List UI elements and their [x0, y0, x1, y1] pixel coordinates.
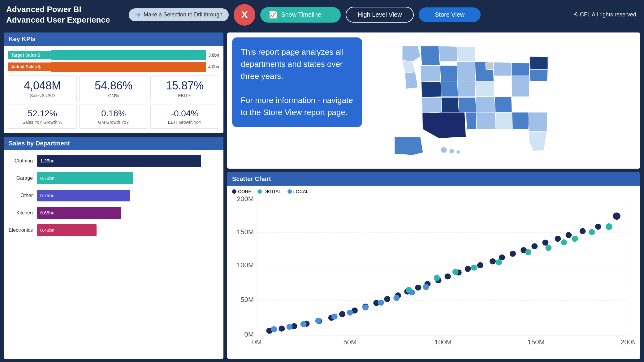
svg-point-20: [279, 325, 285, 332]
info-box: This report page analyzes all department…: [232, 37, 362, 127]
kpi-grid: 4,048M Sales $ USD 54.86% GM% 15.87% EBI…: [8, 75, 219, 129]
target-value: 3.8bn: [208, 53, 219, 58]
kpi-ebit-value: 15.87%: [154, 80, 215, 92]
clear-button[interactable]: X: [234, 4, 255, 26]
us-map: .state { stroke: white; stroke-width: 1.…: [367, 32, 640, 169]
kpi-gm-value: 54.86%: [83, 80, 144, 92]
state-tx: [422, 112, 466, 138]
svg-text:50M: 50M: [240, 296, 254, 304]
svg-point-45: [555, 236, 561, 242]
main-content: Key KPIs Target Sales $ 3.8bn Actual Sal…: [0, 29, 644, 362]
target-bar-row: Target Sales $ 3.8bn: [8, 50, 219, 60]
state-mo: [475, 81, 495, 97]
show-timeline-button[interactable]: 📈 Show Timeline: [260, 7, 341, 23]
state-wi-mi: [457, 62, 475, 81]
arrow-right-icon: ➔: [135, 11, 140, 19]
svg-text:50M: 50M: [343, 338, 357, 346]
legend-digital: DIGITAL: [257, 189, 281, 194]
svg-point-65: [331, 313, 338, 320]
svg-text:200M: 200M: [237, 196, 254, 203]
svg-point-68: [378, 300, 384, 306]
svg-text:150M: 150M: [237, 228, 254, 236]
svg-text:150M: 150M: [528, 338, 545, 346]
kpi-gm-yoy-value: 0.16%: [83, 109, 144, 119]
svg-point-35: [445, 274, 451, 280]
state-ga: [512, 112, 529, 129]
high-level-view-button[interactable]: High Level View: [346, 7, 414, 23]
svg-text:200M: 200M: [620, 338, 635, 346]
left-column: Key KPIs Target Sales $ 3.8bn Actual Sal…: [4, 32, 223, 359]
state-ca: [405, 72, 418, 89]
state-hi-3: [456, 150, 460, 154]
svg-point-41: [510, 251, 516, 257]
svg-point-56: [545, 245, 551, 251]
state-fl-south: [529, 131, 547, 151]
state-oh: [493, 62, 512, 76]
state-hi-2: [449, 149, 454, 153]
svg-point-52: [452, 269, 459, 275]
dept-row-clothing: Clothing 1.35bn: [6, 155, 221, 167]
state-sd: [440, 66, 457, 81]
legend-local: LOCAL: [287, 189, 309, 194]
state-co: [421, 82, 441, 97]
scatter-body: CORE DIGITAL LOCAL: [227, 186, 640, 358]
dept-bar-garage: 0.78bn: [37, 172, 133, 184]
svg-text:100M: 100M: [434, 338, 452, 346]
kpi-sales-yoy-label: Sales YoY Growth %: [12, 120, 73, 125]
svg-point-49: [613, 213, 620, 220]
svg-point-57: [561, 239, 567, 245]
digital-dot: [257, 189, 262, 194]
state-mi: [486, 62, 494, 70]
kpi-ebit-label: EBIT%: [154, 93, 215, 98]
kpi-gm-label: GM%: [83, 93, 144, 98]
dept-row-electronics: Electronics 0.48bn: [6, 224, 221, 236]
state-ne: [441, 81, 458, 97]
state-ks: [441, 97, 459, 112]
svg-point-55: [525, 249, 531, 256]
dept-row-kitchen: Kitchen 0.68bn: [6, 207, 221, 219]
kpi-panel: Key KPIs Target Sales $ 3.8bn Actual Sal…: [4, 32, 223, 133]
state-va-wv: [495, 97, 512, 112]
actual-label: Actual Sales $: [8, 62, 51, 71]
kpi-ebit-yoy-value: -0.04%: [154, 109, 215, 119]
local-dot: [287, 189, 292, 194]
svg-point-37: [465, 266, 471, 272]
drillthrough-button[interactable]: ➔ Make a Selection to Drillthrough: [129, 8, 229, 21]
state-or: [402, 60, 415, 73]
state-pa-ny: [512, 62, 530, 76]
state-me-nh: [530, 56, 548, 69]
dept-label-garage: Garage: [6, 175, 37, 181]
dept-bar-electronics: 0.48bn: [37, 224, 97, 236]
svg-point-69: [393, 295, 400, 301]
store-view-button[interactable]: Store View: [419, 7, 481, 22]
app-title: Advanced Power BI Advanced User Experien…: [6, 4, 124, 25]
dept-label-kitchen: Kitchen: [6, 210, 37, 216]
state-fl: [529, 112, 547, 132]
dept-label-other: Other: [6, 193, 37, 198]
dept-bar-other: 0.75bn: [37, 190, 130, 201]
state-hi-1: [441, 147, 447, 153]
dept-bar-kitchen: 0.68bn: [37, 207, 121, 219]
state-mn: [457, 46, 475, 62]
actual-bar-row: Actual Sales $ 4.0bn: [8, 62, 219, 72]
dept-row-garage: Garage 0.78bn: [6, 172, 221, 184]
svg-point-66: [347, 310, 353, 316]
dept-label-clothing: Clothing: [6, 158, 37, 164]
svg-point-44: [542, 239, 548, 246]
kpi-cell-gm-yoy: 0.16% GM Growth YoY: [79, 105, 148, 129]
svg-point-43: [531, 243, 538, 249]
svg-point-54: [496, 259, 502, 265]
scatter-chart: 200M 150M 100M 50M 0M 0M 50M 100M 150M 2…: [232, 196, 635, 353]
svg-point-67: [362, 304, 369, 311]
state-ar-ok: [458, 97, 476, 112]
right-column: This report page analyzes all department…: [227, 32, 640, 359]
local-label: LOCAL: [293, 189, 309, 194]
target-bar-fill: [51, 50, 206, 60]
svg-point-59: [589, 229, 595, 235]
state-mt: [421, 46, 440, 66]
svg-point-58: [572, 236, 578, 242]
state-ia: [457, 81, 476, 97]
kpi-cell-ebit-yoy: -0.04% EBIT Growth YoY: [150, 105, 219, 129]
scatter-header: Scatter Chart: [227, 172, 640, 186]
svg-point-61: [271, 326, 277, 332]
